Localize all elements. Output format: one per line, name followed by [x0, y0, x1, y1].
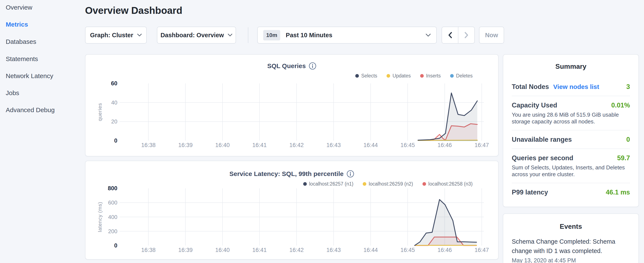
- chevron-down-icon: [426, 34, 431, 37]
- sidebar-item-metrics[interactable]: Metrics: [6, 21, 28, 28]
- legend-label: localhost:26258 (n3): [428, 181, 473, 187]
- dashboard-dropdown-label: Dashboard: Overview: [160, 32, 224, 39]
- summary-row-queries-per-second: Queries per second 59.7 Sum of Selects, …: [512, 149, 630, 183]
- chevron-down-icon: [228, 34, 232, 37]
- chevron-down-icon: [137, 34, 142, 37]
- svg-text:queries: queries: [97, 103, 103, 121]
- event-text: Schema Change Completed: Schema change w…: [512, 237, 630, 255]
- legend-dot-icon: [450, 74, 454, 78]
- time-forward-button[interactable]: [458, 27, 474, 43]
- summary-panel: Summary Total Nodes View nodes list 3 Ca…: [503, 54, 639, 207]
- svg-text:16:42: 16:42: [289, 142, 304, 148]
- legend-dot-icon: [386, 74, 390, 78]
- svg-text:800: 800: [108, 185, 117, 191]
- svg-text:16:42: 16:42: [289, 247, 304, 253]
- svg-text:16:45: 16:45: [400, 142, 415, 148]
- graph-scope-dropdown[interactable]: Graph: Cluster: [85, 27, 147, 44]
- summary-row-label: Unavailable ranges: [512, 136, 572, 143]
- time-range-label: Past 10 Minutes: [286, 32, 332, 39]
- svg-text:16:43: 16:43: [326, 247, 341, 253]
- svg-text:20: 20: [111, 118, 117, 125]
- legend-dot-icon: [363, 182, 366, 186]
- summary-row-total-nodes: Total Nodes View nodes list 3: [512, 78, 630, 96]
- svg-text:16:46: 16:46: [438, 247, 452, 253]
- legend-item: Selects: [355, 73, 377, 79]
- summary-row-value: 0: [626, 136, 630, 143]
- svg-text:400: 400: [108, 214, 117, 220]
- events-title: Events: [512, 222, 630, 230]
- svg-text:16:41: 16:41: [252, 247, 267, 253]
- svg-text:16:38: 16:38: [141, 142, 156, 148]
- svg-text:40: 40: [111, 99, 117, 106]
- now-button[interactable]: Now: [479, 27, 504, 44]
- svg-text:16:39: 16:39: [178, 142, 193, 148]
- summary-row-value: 0.01%: [611, 102, 630, 109]
- legend-label: Updates: [392, 73, 411, 79]
- legend-dot-icon: [355, 74, 359, 78]
- legend-label: Inserts: [426, 73, 441, 79]
- summary-row-description: You are using 28.6 MiB of 515.9 GiB usab…: [512, 111, 630, 125]
- svg-text:16:43: 16:43: [326, 142, 341, 148]
- legend-item: Deletes: [450, 73, 473, 79]
- svg-text:16:41: 16:41: [252, 142, 267, 148]
- svg-text:16:46: 16:46: [438, 142, 452, 148]
- svg-text:600: 600: [108, 199, 117, 206]
- chevron-left-icon: [448, 32, 452, 39]
- summary-row-value: 3: [626, 83, 630, 91]
- sql-queries-chart-card: SQL Queries SelectsUpdatesInsertsDeletes…: [85, 54, 498, 156]
- svg-text:16:38: 16:38: [141, 247, 156, 253]
- svg-text:16:40: 16:40: [216, 247, 230, 253]
- svg-text:16:39: 16:39: [178, 247, 193, 253]
- view-nodes-list-link[interactable]: View nodes list: [553, 83, 599, 90]
- svg-text:0: 0: [114, 137, 117, 144]
- info-icon[interactable]: [346, 170, 354, 178]
- svg-text:16:47: 16:47: [474, 247, 489, 253]
- time-back-button[interactable]: [442, 27, 458, 43]
- legend-item: Inserts: [420, 73, 441, 79]
- summary-row-description: Sum of Selects, Updates, Inserts, and De…: [512, 164, 630, 178]
- now-button-label: Now: [485, 32, 498, 39]
- time-nav-group: [442, 27, 475, 44]
- sidebar: Overview Metrics Databases Statements Ne…: [0, 0, 85, 263]
- event-item: Schema Change Completed: Schema change w…: [512, 237, 630, 263]
- sidebar-item-databases[interactable]: Databases: [6, 39, 36, 45]
- controls-divider: [248, 27, 248, 43]
- svg-text:16:47: 16:47: [474, 142, 489, 148]
- summary-title: Summary: [512, 62, 630, 70]
- time-range-dropdown[interactable]: 10m Past 10 Minutes: [257, 27, 437, 44]
- chart-title: Service Latency: SQL, 99th percentile: [230, 170, 344, 177]
- graph-scope-dropdown-label: Graph: Cluster: [90, 32, 133, 39]
- legend-item: localhost:26259 (n2): [363, 181, 413, 187]
- legend-item: Updates: [386, 73, 411, 79]
- legend-label: localhost:26259 (n2): [369, 181, 413, 187]
- legend-dot-icon: [422, 182, 426, 186]
- time-range-badge: 10m: [263, 30, 280, 41]
- legend-dot-icon: [303, 182, 307, 186]
- summary-row-capacity-used: Capacity Used 0.01% You are using 28.6 M…: [512, 96, 630, 130]
- events-panel: Events Schema Change Completed: Schema c…: [503, 213, 639, 263]
- summary-row-unavailable-ranges: Unavailable ranges 0: [512, 130, 630, 149]
- summary-row-label: Total Nodes: [512, 83, 549, 91]
- summary-row-label: Capacity Used: [512, 101, 557, 109]
- chart-legend: localhost:26257 (n1)localhost:26259 (n2)…: [303, 181, 473, 187]
- svg-text:16:44: 16:44: [363, 142, 378, 148]
- svg-text:16:44: 16:44: [363, 247, 378, 253]
- sidebar-item-jobs[interactable]: Jobs: [6, 90, 19, 96]
- sql-queries-chart: 16:3816:3916:4016:4116:4216:4316:4416:45…: [86, 55, 499, 156]
- chart-legend: SelectsUpdatesInsertsDeletes: [355, 73, 473, 79]
- dashboard-dropdown[interactable]: Dashboard: Overview: [157, 27, 236, 44]
- service-latency-chart-card: Service Latency: SQL, 99th percentile lo…: [85, 161, 498, 259]
- chart-title: SQL Queries: [267, 62, 306, 70]
- chevron-right-icon: [464, 32, 469, 39]
- sidebar-item-network-latency[interactable]: Network Latency: [6, 73, 53, 79]
- summary-row-label: Queries per second: [512, 154, 573, 162]
- sidebar-item-overview[interactable]: Overview: [6, 4, 32, 11]
- svg-text:200: 200: [108, 228, 117, 234]
- info-icon[interactable]: [309, 62, 316, 70]
- legend-item: localhost:26258 (n3): [422, 181, 473, 187]
- svg-text:16:45: 16:45: [400, 247, 415, 253]
- sidebar-item-advanced-debug[interactable]: Advanced Debug: [6, 107, 55, 113]
- summary-row-value: 59.7: [617, 154, 630, 162]
- sidebar-item-statements[interactable]: Statements: [6, 56, 38, 62]
- legend-label: Selects: [361, 73, 377, 79]
